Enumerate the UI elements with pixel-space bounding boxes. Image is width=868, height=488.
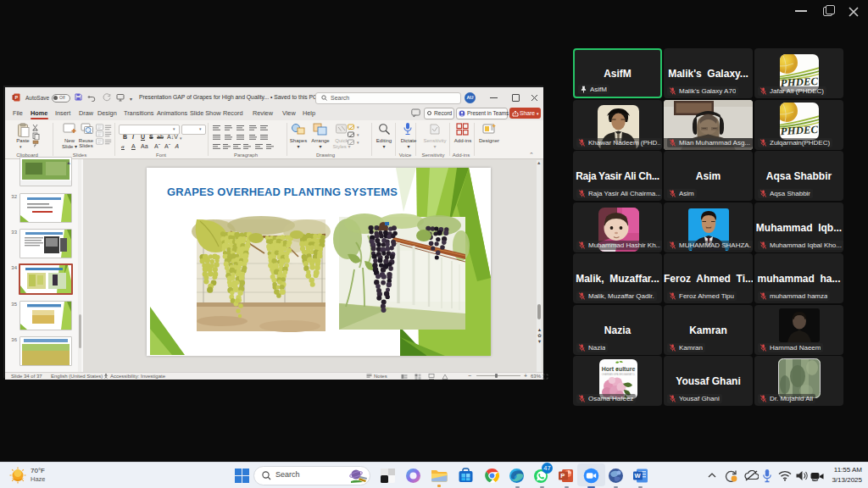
svg-text:P: P xyxy=(15,95,19,100)
svg-text:W: W xyxy=(635,472,642,480)
svg-text:CHARMAN GIPA MEDIA AWATCL: CHARMAN GIPA MEDIA AWATCL xyxy=(602,373,636,376)
svg-text:Hort culture: Hort culture xyxy=(602,366,636,372)
svg-text:PHDEC: PHDEC xyxy=(780,124,819,137)
svg-text:GRAPES OVERHEAD PLANTING SYSTE: GRAPES OVERHEAD PLANTING SYSTEMS xyxy=(167,186,398,198)
svg-text:P: P xyxy=(560,472,565,480)
